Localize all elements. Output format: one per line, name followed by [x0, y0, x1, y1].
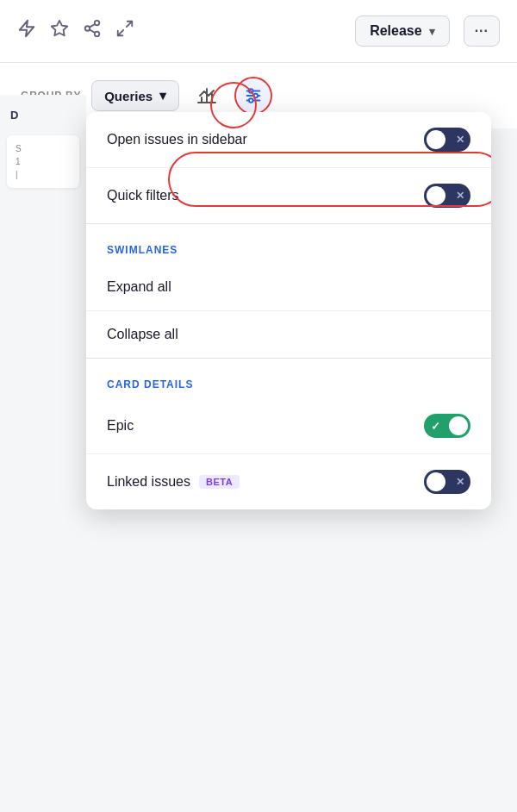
svg-marker-0 — [20, 21, 34, 36]
quick-filters-toggle[interactable]: ✕ — [424, 184, 470, 208]
expand-all-item[interactable]: Expand all — [86, 264, 491, 311]
more-options-button[interactable]: ··· — [464, 16, 500, 47]
epic-item: Epic ✓ — [86, 398, 491, 454]
swimlanes-label: SWIMLANES — [107, 244, 178, 256]
collapse-all-item[interactable]: Collapse all — [86, 311, 491, 359]
queries-label: Queries — [104, 89, 153, 103]
queries-button[interactable]: Queries ▾ — [91, 80, 179, 111]
svg-point-17 — [249, 98, 253, 103]
collapse-all-label: Collapse all — [107, 327, 178, 342]
board-background: D S 1 | — [0, 95, 86, 812]
toggle-knob-3 — [449, 416, 468, 435]
page-container: Release ▾ ··· GROUP BY Queries ▾ — [0, 0, 517, 812]
more-label: ··· — [475, 23, 489, 38]
open-issues-label: Open issues in sidebar — [107, 132, 247, 147]
toggle-off-icon: ✕ — [456, 134, 464, 146]
svg-line-5 — [90, 29, 95, 33]
sliders-icon — [244, 86, 263, 105]
expand-all-label: Expand all — [107, 279, 171, 295]
open-issues-toggle[interactable]: ✕ — [424, 128, 470, 152]
card-details-label: CARD DETAILS — [107, 378, 193, 390]
toggle-knob-4 — [427, 472, 445, 491]
filter-icon-wrapper — [234, 77, 272, 115]
linked-issues-toggle[interactable]: ✕ — [424, 470, 470, 494]
toolbar: Release ▾ ··· — [0, 0, 517, 63]
svg-point-16 — [254, 94, 258, 98]
share-icon[interactable] — [83, 19, 102, 43]
quick-filters-item: Quick filters ✕ — [86, 168, 491, 224]
linked-issues-label: Linked issues — [107, 474, 190, 490]
epic-label: Epic — [107, 418, 134, 434]
linked-issues-row: Linked issues BETA — [107, 474, 240, 490]
column-header: D — [0, 95, 86, 128]
filter-button[interactable] — [234, 77, 272, 115]
lightning-icon[interactable] — [17, 19, 36, 43]
release-label: Release — [370, 23, 422, 39]
svg-point-15 — [249, 89, 253, 93]
queries-chevron-icon: ▾ — [159, 88, 166, 103]
open-issues-item: Open issues in sidebar ✕ — [86, 112, 491, 168]
linked-issues-item: Linked issues BETA ✕ — [86, 454, 491, 509]
star-icon[interactable] — [50, 19, 69, 43]
dropdown-panel: Open issues in sidebar ✕ Quick filters ✕… — [86, 112, 491, 509]
expand-icon[interactable] — [115, 19, 134, 43]
toggle-knob-2 — [427, 186, 445, 205]
epic-toggle[interactable]: ✓ — [424, 414, 470, 438]
svg-line-6 — [90, 24, 95, 28]
card-details-section-header: CARD DETAILS — [86, 359, 491, 398]
svg-marker-1 — [52, 21, 67, 35]
chart-icon — [196, 85, 217, 106]
board-card-1: S 1 | — [7, 135, 79, 188]
beta-badge: BETA — [199, 475, 240, 489]
toggle-knob — [427, 130, 445, 149]
release-button[interactable]: Release ▾ — [355, 16, 450, 47]
toggle-on-icon: ✓ — [431, 420, 440, 433]
chevron-down-icon: ▾ — [429, 25, 435, 38]
svg-line-8 — [118, 30, 123, 35]
quick-filters-label: Quick filters — [107, 188, 179, 203]
swimlanes-section-header: SWIMLANES — [86, 224, 491, 264]
toggle-off-icon-3: ✕ — [456, 476, 464, 488]
svg-line-7 — [127, 22, 132, 27]
toggle-off-icon-2: ✕ — [456, 190, 464, 202]
chart-button[interactable] — [190, 78, 224, 113]
